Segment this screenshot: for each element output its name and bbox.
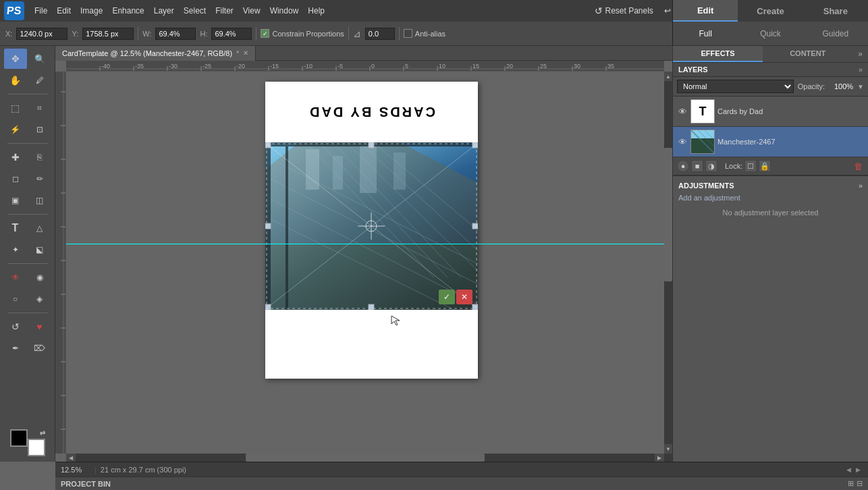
tool-blur[interactable]: ◉ xyxy=(28,267,51,288)
content-tab[interactable]: CONTENT xyxy=(763,46,852,62)
vscrollbar[interactable]: ▲ ▼ xyxy=(664,72,672,454)
scroll-left-btn[interactable]: ◀ xyxy=(66,454,76,462)
antialias-label[interactable]: Anti-alias xyxy=(404,29,445,38)
hscrollbar[interactable]: ◀ ▶ xyxy=(66,454,664,462)
tab-guided[interactable]: Guided xyxy=(803,22,868,45)
menu-edit[interactable]: Edit xyxy=(52,3,76,18)
tool-gradient[interactable]: ◫ xyxy=(28,190,51,211)
app-logo: PS xyxy=(4,1,24,20)
tab-share[interactable]: Share xyxy=(803,0,868,22)
h-label: H: xyxy=(200,30,207,38)
tool-paint-bucket[interactable]: ▣ xyxy=(4,190,27,211)
menu-enhance[interactable]: Enhance xyxy=(107,3,148,18)
status-scroll-right[interactable]: ▶ xyxy=(853,464,863,475)
tool-brush2[interactable]: ✒ xyxy=(4,338,27,358)
tool-zoom[interactable]: 🔍 xyxy=(28,49,51,69)
tool-smudge[interactable]: ◈ xyxy=(28,289,51,309)
menu-file[interactable]: File xyxy=(30,3,52,18)
menu-select[interactable]: Select xyxy=(179,3,211,18)
confirm-btn[interactable]: ✓ xyxy=(439,290,455,304)
angle-input[interactable] xyxy=(365,28,395,40)
swap-colors-icon[interactable]: ⇄ xyxy=(40,429,45,437)
doc-bottom-area xyxy=(265,310,478,379)
panel-expand-icon[interactable]: » xyxy=(852,46,868,62)
tool-transform[interactable]: ⬕ xyxy=(28,240,51,260)
reset-panels-btn[interactable]: ↺ Reset Panels xyxy=(589,3,659,19)
constrain-proportions-label[interactable]: ✓ Constrain Proportions xyxy=(261,29,344,38)
tool-magic-wand[interactable]: ⚡ xyxy=(4,119,27,140)
tab-create[interactable]: Create xyxy=(738,0,803,22)
svg-text:-5: -5 xyxy=(337,63,343,70)
menu-window[interactable]: Window xyxy=(265,3,304,18)
right-panel: EFFECTS CONTENT » LAYERS » Normal Opacit… xyxy=(672,46,868,462)
tool-rotate[interactable]: ↺ xyxy=(4,317,27,337)
tool-custom-shape[interactable]: ✦ xyxy=(4,240,27,260)
tool-heart[interactable]: ♥ xyxy=(28,317,51,337)
h-input[interactable] xyxy=(211,28,252,40)
svg-rect-63 xyxy=(286,142,288,310)
doc-tab-close-icon[interactable]: ✕ xyxy=(243,49,248,57)
layers-label: LAYERS xyxy=(678,65,859,74)
project-bin-label[interactable]: PROJECT BIN xyxy=(61,480,111,488)
cancel-btn[interactable]: ✕ xyxy=(456,290,472,304)
tool-lasso[interactable]: ⌗ xyxy=(28,98,51,118)
tab-quick[interactable]: Quick xyxy=(738,22,803,45)
adjustments-expand-icon[interactable]: » xyxy=(859,182,863,190)
scroll-down-btn[interactable]: ▼ xyxy=(664,444,672,454)
effects-tab[interactable]: EFFECTS xyxy=(673,46,763,62)
menu-filter[interactable]: Filter xyxy=(211,3,238,18)
w-label: W: xyxy=(142,30,151,38)
menu-help[interactable]: Help xyxy=(303,3,329,18)
add-adjustment-link[interactable]: Add an adjustment xyxy=(678,192,863,203)
tab-edit[interactable]: Edit xyxy=(673,0,738,22)
building-image[interactable] xyxy=(265,142,478,310)
menu-view[interactable]: View xyxy=(238,3,265,18)
foreground-color-swatch[interactable] xyxy=(10,429,28,447)
tool-healing[interactable]: ✚ xyxy=(4,147,27,167)
tool-text[interactable]: T xyxy=(4,218,27,238)
doc-tab[interactable]: CardTemplate @ 12.5% (Manchester-2467, R… xyxy=(55,46,256,61)
w-input[interactable] xyxy=(155,28,196,40)
background-color-swatch[interactable] xyxy=(28,439,45,456)
lock-icon[interactable]: 🔒 xyxy=(759,160,771,172)
layer-cards-by-dad[interactable]: 👁 T Cards by Dad xyxy=(673,97,868,127)
tool-hand[interactable]: ✋ xyxy=(4,70,27,90)
layer-manchester[interactable]: 👁 Manchester-2467 xyxy=(673,127,868,157)
ruler-left xyxy=(55,72,66,454)
blend-mode-select[interactable]: Normal xyxy=(677,80,794,93)
x-input[interactable] xyxy=(16,28,67,40)
menu-layer[interactable]: Layer xyxy=(149,3,179,18)
project-bin-expand[interactable]: ⊞ xyxy=(848,479,854,488)
opacity-dropdown-icon[interactable]: ▼ xyxy=(857,83,864,90)
sep4 xyxy=(399,27,400,40)
tool-move[interactable]: ✥ xyxy=(4,49,27,69)
scroll-up-btn[interactable]: ▲ xyxy=(664,72,672,81)
status-scroll-left[interactable]: ◀ xyxy=(844,464,853,475)
tool-eyedropper[interactable]: 🖉 xyxy=(28,70,51,90)
layer-visibility-eye-2[interactable]: 👁 xyxy=(677,136,688,147)
y-input[interactable] xyxy=(82,28,134,40)
project-bin-collapse[interactable]: ⊟ xyxy=(857,479,863,488)
layer-half-moon-icon[interactable]: ◑ xyxy=(705,160,717,172)
canvas-content[interactable]: CARDS BY DAD xyxy=(66,72,664,454)
zoom-level[interactable]: 12.5% xyxy=(61,466,90,474)
menu-image[interactable]: Image xyxy=(76,3,107,18)
layer-visibility-eye[interactable]: 👁 xyxy=(677,106,688,117)
tool-eraser[interactable]: ◻ xyxy=(4,169,27,189)
tool-rect-select[interactable]: ⬚ xyxy=(4,98,27,118)
scroll-right-btn[interactable]: ▶ xyxy=(655,454,664,462)
layer-circle-icon[interactable]: ● xyxy=(677,160,689,172)
tool-brush[interactable]: ✏ xyxy=(28,169,51,189)
delete-layer-btn[interactable]: 🗑 xyxy=(852,160,864,172)
lock-label: Lock: xyxy=(725,162,742,170)
lock-checkbox-icon[interactable]: ☐ xyxy=(744,160,757,172)
tool-sponge[interactable]: ○ xyxy=(4,289,27,309)
tool-shape[interactable]: △ xyxy=(28,218,51,238)
layers-expand-icon[interactable]: » xyxy=(859,65,863,74)
tool-redeye[interactable]: 👁 xyxy=(4,267,27,288)
tool-clone[interactable]: ⎘ xyxy=(28,147,51,167)
tool-crop[interactable]: ⊡ xyxy=(28,119,51,140)
tab-full[interactable]: Full xyxy=(673,22,738,45)
tool-other[interactable]: ⌦ xyxy=(28,338,51,358)
layer-square-icon[interactable]: ■ xyxy=(691,160,703,172)
